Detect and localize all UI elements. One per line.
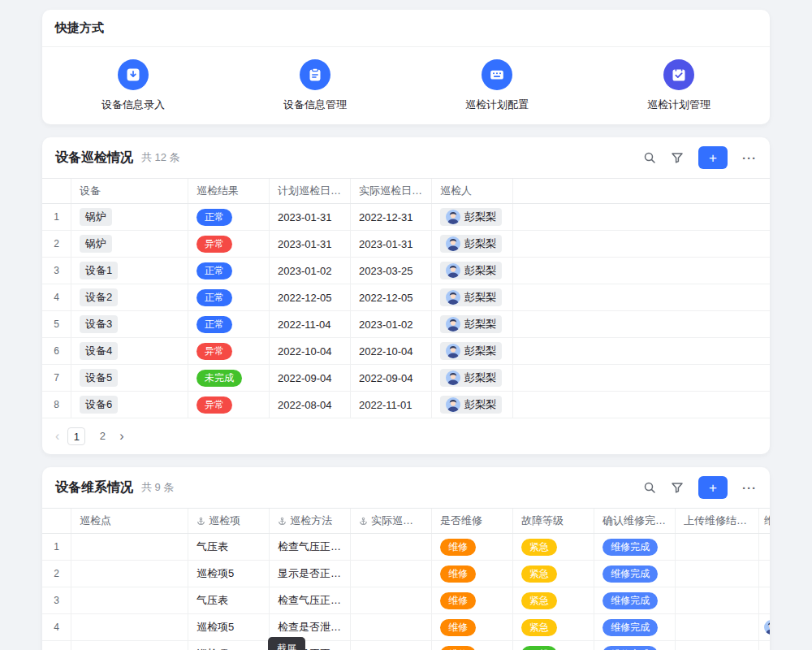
inspector-cell: 彭梨梨	[432, 338, 513, 364]
device-chip[interactable]: 设备2	[80, 288, 118, 306]
row-number: 4	[42, 614, 71, 640]
table-row[interactable]: 1锅炉正常2023-01-312022-12-31彭梨梨	[42, 204, 770, 231]
maintenance-count: 共 9 条	[141, 480, 174, 495]
maintenance-title: 设备维系情况	[55, 479, 133, 496]
extra-cell	[759, 561, 770, 587]
level-badge: 紧急	[521, 539, 557, 556]
inspector-chip[interactable]: 彭梨梨	[440, 235, 502, 253]
table-row[interactable]: 7设备5未完成2022-09-042022-09-04彭梨梨	[42, 365, 770, 392]
device-chip[interactable]: 设备5	[80, 369, 118, 387]
inspector-chip[interactable]: 彭梨梨	[440, 396, 502, 414]
table-row[interactable]: 1气压表检查气压正…维修紧急维修完成	[42, 534, 770, 561]
inspector-chip[interactable]: 彭梨梨	[440, 208, 502, 226]
actual-date: 2022-09-04	[351, 365, 432, 391]
table-row[interactable]: 6设备4异常2022-10-042022-10-04彭梨梨	[42, 338, 770, 365]
table-row[interactable]: 3设备1正常2023-01-022023-03-25彭梨梨	[42, 258, 770, 284]
method-cell: 显示是否正…	[270, 561, 351, 587]
lookup-icon	[197, 517, 205, 526]
inspector-chip[interactable]: 彭梨梨	[440, 262, 502, 280]
upload-cell	[676, 614, 759, 640]
row-number: 7	[42, 365, 71, 391]
level-cell: 紧急	[513, 561, 594, 587]
item-cell: 气压表	[188, 587, 270, 613]
repair-cell: 维修	[432, 641, 513, 650]
page-button-1[interactable]: 1	[67, 427, 85, 445]
shortcut-label: 设备信息录入	[102, 98, 165, 112]
result-cell: 正常	[188, 204, 270, 230]
shortcuts-row: 设备信息录入设备信息管理巡检计划配置巡检计划管理	[42, 47, 770, 124]
upload-cell	[676, 641, 759, 650]
search-icon[interactable]	[643, 481, 656, 494]
point-cell	[71, 587, 188, 613]
inspector-cell: 彭梨梨	[432, 231, 513, 257]
device-chip[interactable]: 锅炉	[80, 208, 112, 226]
table-row[interactable]: 3气压表检查气压正…维修紧急维修完成	[42, 587, 770, 614]
avatar	[446, 290, 460, 305]
actual-date: 2023-01-02	[351, 311, 432, 337]
row-number: 5	[42, 311, 71, 337]
shortcut-item-1[interactable]: 设备信息录入	[42, 59, 224, 112]
shortcut-item-3[interactable]: 巡检计划配置	[406, 59, 588, 112]
extra-cell	[759, 641, 770, 650]
inspector-chip[interactable]: 彭梨梨	[440, 342, 502, 360]
planned-date: 2022-08-04	[270, 392, 351, 418]
device-chip[interactable]: 设备1	[80, 262, 118, 280]
confirm-badge: 维修完成	[603, 539, 658, 556]
calendar-check-icon	[663, 59, 694, 90]
inspector-chip[interactable]: 彭梨梨	[440, 315, 502, 333]
table-row[interactable]: 8设备6异常2022-08-042022-11-01彭梨梨	[42, 392, 770, 418]
add-record-button[interactable]: +	[698, 476, 728, 499]
header-cell: 确认维修完…	[594, 509, 676, 533]
inspector-cell: 彭梨梨	[432, 311, 513, 337]
header-cell: 上传维修结…	[676, 509, 759, 533]
table-row[interactable]: 5设备3正常2022-11-042023-01-02彭梨梨	[42, 311, 770, 338]
row-number: 1	[42, 534, 71, 560]
more-icon[interactable]: ···	[742, 482, 757, 494]
device-cell: 设备1	[71, 258, 188, 284]
planned-date: 2023-01-31	[270, 231, 351, 257]
add-record-button[interactable]: +	[698, 146, 728, 169]
filter-icon[interactable]	[671, 481, 684, 494]
inspector-chip[interactable]: 彭梨梨	[440, 288, 502, 306]
confirm-cell: 维修完成	[594, 641, 676, 650]
more-icon[interactable]: ···	[742, 152, 757, 164]
page-button-2[interactable]: 2	[93, 427, 111, 445]
result-cell: 异常	[188, 392, 270, 418]
device-chip[interactable]: 设备3	[80, 315, 118, 333]
table-row[interactable]: 5巡检项5显示是否正…维修一般维修完成	[42, 641, 770, 650]
header-cell	[42, 179, 71, 203]
header-cell: 巡检点	[71, 509, 188, 533]
table-row[interactable]: 2锅炉异常2023-01-312023-01-31彭梨梨	[42, 231, 770, 258]
actual-cell	[351, 534, 432, 560]
item-cell: 巡检项5	[188, 561, 270, 587]
inspector-cell: 彭梨梨	[432, 204, 513, 230]
prev-page-button[interactable]: ‹	[55, 430, 59, 443]
planned-date: 2023-01-02	[270, 258, 351, 284]
inspector-cell: 彭梨梨	[432, 392, 513, 418]
device-chip[interactable]: 设备4	[80, 342, 118, 360]
level-badge: 紧急	[521, 619, 557, 636]
device-entry-icon	[118, 59, 149, 90]
repair-cell: 维修	[432, 614, 513, 640]
planned-date: 2022-12-05	[270, 284, 351, 310]
filter-icon[interactable]	[671, 151, 684, 164]
table-row[interactable]: 4设备2正常2022-12-052022-12-05彭梨梨	[42, 284, 770, 311]
table-row[interactable]: 2巡检项5显示是否正…维修紧急维修完成	[42, 561, 770, 587]
level-cell: 紧急	[513, 587, 594, 613]
search-icon[interactable]	[643, 151, 656, 164]
device-chip[interactable]: 锅炉	[80, 235, 112, 253]
inspector-chip[interactable]: 彭梨梨	[440, 369, 502, 387]
confirm-badge: 维修完成	[603, 619, 658, 636]
next-page-button[interactable]: ›	[119, 430, 123, 443]
repair-badge: 维修	[440, 646, 476, 650]
shortcut-item-2[interactable]: 设备信息管理	[224, 59, 406, 112]
inspection-title: 设备巡检情况	[55, 150, 133, 167]
shortcut-item-4[interactable]: 巡检计划管理	[588, 59, 770, 112]
actual-date: 2022-12-05	[351, 284, 432, 310]
result-cell: 未完成	[188, 365, 270, 391]
actual-cell	[351, 614, 432, 640]
table-row[interactable]: 4巡检项5检查是否泄…维修紧急维修完成	[42, 614, 770, 641]
confirm-cell: 维修完成	[594, 534, 676, 560]
device-chip[interactable]: 设备6	[80, 396, 118, 414]
result-cell: 异常	[188, 338, 270, 364]
